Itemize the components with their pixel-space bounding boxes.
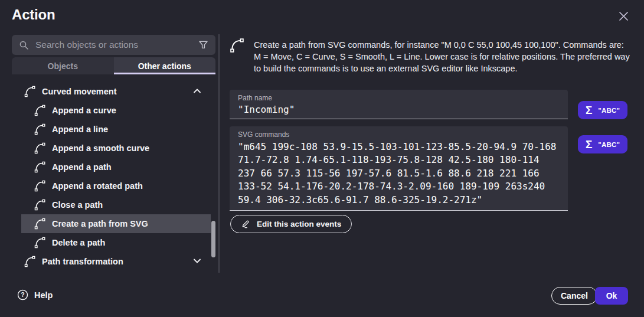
action-description: Create a path from SVG commands, for ins… [254, 39, 632, 74]
tab-objects-label: Objects [48, 61, 78, 71]
filter-icon[interactable] [198, 40, 208, 50]
curve-icon [34, 217, 47, 230]
curve-icon [34, 123, 47, 136]
svg-text:?: ? [21, 291, 24, 298]
expression-builder-button-path-name[interactable]: Σ "ABC" [578, 101, 627, 119]
tab-bar: Objects Other actions [12, 57, 215, 74]
list-item-curved-movement[interactable]: Curved movement [21, 82, 211, 101]
close-icon [618, 11, 629, 22]
path-name-value[interactable]: "Incoming" [238, 104, 560, 115]
path-name-label: Path name [238, 94, 560, 102]
pencil-icon [241, 219, 251, 229]
page-title: Action [12, 6, 55, 23]
list-scrollbar-thumb[interactable] [211, 221, 215, 257]
curve-icon [34, 198, 47, 211]
curve-icon [229, 37, 246, 54]
list-item-label: Curved movement [42, 87, 117, 96]
search-icon [19, 40, 29, 50]
list-item-append-smooth-curve[interactable]: Append a smooth curve [21, 139, 211, 158]
list-item-label: Close a path [52, 200, 103, 210]
list-item-append-curve[interactable]: Append a curve [21, 101, 211, 120]
curve-icon [24, 85, 37, 98]
list-item-close-path[interactable]: Close a path [21, 195, 211, 214]
list-item-label: Append a path [52, 162, 112, 172]
search-input[interactable] [35, 40, 198, 50]
cancel-button[interactable]: Cancel [551, 287, 597, 305]
panel-divider [218, 34, 220, 273]
help-label: Help [34, 290, 53, 300]
ok-button[interactable]: Ok [595, 287, 628, 305]
svg-commands-value[interactable]: "m645 199c-108 53.9-15.5-103-101-123-85.… [238, 140, 560, 207]
tab-other-actions[interactable]: Other actions [114, 57, 216, 74]
curve-icon [34, 104, 47, 117]
list-item-create-path-from-svg[interactable]: Create a path from SVG [21, 214, 211, 233]
svg-commands-field[interactable]: SVG commands "m645 199c-108 53.9-15.5-10… [230, 126, 568, 211]
curve-icon [34, 236, 47, 249]
list-item-append-rotated-path[interactable]: Append a rotated path [21, 177, 211, 195]
edit-action-events-label: Edit this action events [257, 220, 341, 228]
list-item-label: Create a path from SVG [52, 219, 148, 228]
list-item-delete-path[interactable]: Delete a path [21, 233, 211, 252]
sigma-icon: Σ [586, 139, 592, 150]
path-name-field[interactable]: Path name "Incoming" [230, 90, 568, 119]
help-icon: ? [17, 289, 28, 300]
list-item-path-transformation[interactable]: Path transformation [21, 252, 211, 271]
curve-icon [24, 255, 37, 268]
expression-builder-button-svg-commands[interactable]: Σ "ABC" [578, 135, 627, 153]
list-item-label: Append a rotated path [52, 181, 143, 191]
sigma-icon: Σ [586, 104, 592, 116]
expression-abc-label: "ABC" [598, 141, 620, 148]
list-item-label: Path transformation [42, 257, 123, 266]
svg-commands-label: SVG commands [238, 130, 560, 139]
expression-abc-label: "ABC" [598, 107, 620, 114]
curve-icon [34, 179, 47, 192]
list-item-append-path[interactable]: Append a path [21, 158, 211, 177]
list-item-label: Delete a path [52, 238, 105, 247]
edit-action-events-button[interactable]: Edit this action events [230, 215, 352, 233]
action-dialog: Action Objects Other actions Curved move… [0, 0, 644, 317]
curve-icon [34, 161, 47, 174]
list-item-label: Append a line [52, 125, 108, 134]
tab-other-actions-label: Other actions [138, 61, 191, 71]
chevron-down-icon [193, 258, 201, 264]
search-box [12, 35, 215, 55]
tab-objects[interactable]: Objects [12, 57, 114, 74]
actions-list: Curved movement Append a curve Append a … [0, 82, 219, 271]
list-item-append-line[interactable]: Append a line [21, 120, 211, 139]
list-item-label: Append a smooth curve [52, 143, 149, 153]
chevron-up-icon [193, 88, 201, 94]
curve-icon [34, 142, 47, 155]
list-item-label: Append a curve [52, 106, 116, 115]
close-button[interactable] [616, 8, 631, 24]
help-link[interactable]: ? Help [17, 289, 53, 300]
